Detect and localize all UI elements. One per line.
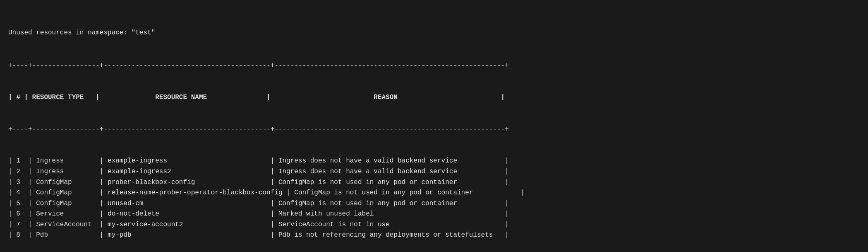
separator-top: +----+-----------------+----------------… [8,61,860,71]
terminal-output: Unused resources in namespace: "test" +-… [8,7,860,252]
separator-header: +----+-----------------+----------------… [8,124,860,135]
table-row: | 1 | Ingress | example-ingress | Ingres… [8,156,860,167]
table-row: | 5 | ConfigMap | unused-cm | ConfigMap … [8,199,860,209]
table-row: | 4 | ConfigMap | release-name-prober-op… [8,188,860,199]
header-row: | # | RESOURCE TYPE | RESOURCE NAME | RE… [8,92,860,103]
data-rows: | 1 | Ingress | example-ingress | Ingres… [8,156,860,241]
table-row: | 2 | Ingress | example-ingress2 | Ingre… [8,167,860,177]
table-row: | 7 | ServiceAccount | my-service-accoun… [8,220,860,230]
table-row: | 8 | Pdb | my-pdb | Pdb is not referenc… [8,230,860,241]
table-row: | 3 | ConfigMap | prober-blackbox-config… [8,177,860,188]
table-row: | 6 | Service | do-not-delete | Marked w… [8,209,860,220]
title-line: Unused resources in namespace: "test" [8,28,860,39]
